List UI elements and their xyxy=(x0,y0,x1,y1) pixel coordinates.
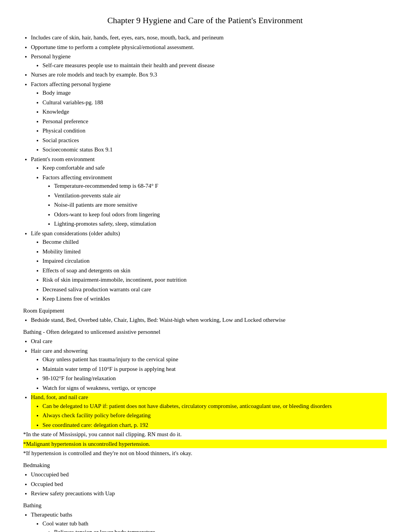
list-item: Patient's room environment Keep comforta… xyxy=(31,155,387,228)
list-item: Okay unless patient has trauma/injury to… xyxy=(42,355,387,364)
asterisk-line-1: *In the state of Mississippi, you cannot… xyxy=(23,430,387,439)
factors-env-sub: Temperature-recommended temp is 68-74° F… xyxy=(54,182,387,228)
asterisk-line-2: *Malignant hypertension is uncontrolled … xyxy=(23,440,387,449)
list-item: Decreased saliva production warrants ora… xyxy=(42,285,387,294)
list-item: Watch for signs of weakness, vertigo, or… xyxy=(42,384,387,393)
cool-water-label: Cool water tub bath Relieves tension or … xyxy=(42,519,387,532)
asterisk-line-3: *If hypertension is controlled and they'… xyxy=(23,449,387,458)
hand-foot-nail-sub: Can be delegated to UAP if: patient does… xyxy=(42,402,387,430)
list-item: Socioeconomic status Box 9.1 xyxy=(42,145,387,154)
list-item: Cultural variables-pg. 188 xyxy=(42,98,387,107)
list-item: Keep Linens free of wrinkles xyxy=(42,294,387,303)
list-item-review: Review safety precautions with Uap xyxy=(31,489,387,498)
room-equipment-list: Bedside stand, Bed, Overbed table, Chair… xyxy=(31,316,387,325)
list-item: Personal preference xyxy=(42,117,387,126)
list-item: Nurses are role models and teach by exam… xyxy=(31,70,387,79)
list-item: Become chilled xyxy=(42,238,387,246)
list-item: Opportune time to perform a complete phy… xyxy=(31,43,387,52)
list-item: Oral care xyxy=(31,337,387,346)
bathing-list: Oral care Hair care and showering Okay u… xyxy=(31,337,387,429)
list-item: Personal hygiene Self-care measures peop… xyxy=(31,52,387,70)
list-item: Physical condition xyxy=(42,126,387,135)
list-item: Mobility limited xyxy=(42,247,387,256)
list-item: Impaired circulation xyxy=(42,257,387,265)
list-item: Relieves tension or lower body temperatu… xyxy=(54,528,387,532)
list-item: Factors affecting environment Temperatur… xyxy=(42,173,387,228)
patient-room-sub: Keep comfortable and safe Factors affect… xyxy=(42,163,387,228)
list-item: Lighting-promotes safety, sleep, stimula… xyxy=(54,219,387,228)
therapeutic-sub: Cool water tub bath Relieves tension or … xyxy=(42,519,387,532)
list-item: See coordinated care: delegation chart, … xyxy=(42,421,387,430)
list-item: Hair care and showering Okay unless pati… xyxy=(31,347,387,393)
list-item: Includes care of skin, hair, hands, feet… xyxy=(31,33,387,42)
page-title: Chapter 9 Hygiene and Care of the Patien… xyxy=(23,15,387,25)
bathing2-heading: Bathing xyxy=(23,501,387,510)
hand-foot-nail-label: Hand, foot, and nail care xyxy=(31,394,88,400)
list-item: Body image xyxy=(42,88,387,97)
bathing2-list: Therapeutic baths Cool water tub bath Re… xyxy=(31,510,387,532)
list-item-occupied: Occupied bed xyxy=(31,480,387,489)
therapeutic-label: Therapeutic baths Cool water tub bath Re… xyxy=(31,510,387,532)
list-item: Social practices xyxy=(42,136,387,145)
list-item: Factors affecting personal hygiene Body … xyxy=(31,80,387,154)
list-item: Risk of skin impairment-immobile, incont… xyxy=(42,275,387,284)
list-item: 98-102°F for healing/relaxation xyxy=(42,374,387,383)
cool-water-sub: Relieves tension or lower body temperatu… xyxy=(54,528,387,532)
bedmaking-list: Unoccupied bed Occupied bed Review safet… xyxy=(31,470,387,498)
list-item: Ventilation-prevents stale air xyxy=(54,191,387,200)
list-item: Keep comfortable and safe xyxy=(42,163,387,172)
list-item: Life span considerations (older adults) … xyxy=(31,229,387,303)
bedmaking-heading: Bedmaking xyxy=(23,461,387,470)
list-item: Bedside stand, Bed, Overbed table, Chair… xyxy=(31,316,387,325)
bathing-heading: Bathing - Often delegated to unlicensed … xyxy=(23,328,387,337)
list-item: Temperature-recommended temp is 68-74° F xyxy=(54,182,387,190)
factors-sub: Body image Cultural variables-pg. 188 Kn… xyxy=(42,88,387,154)
list-item: Effects of soap and detergents on skin xyxy=(42,266,387,275)
list-item: Can be delegated to UAP if: patient does… xyxy=(42,402,387,411)
list-item: Self-care measures people use to maintai… xyxy=(42,61,387,70)
list-item: Knowledge xyxy=(42,107,387,116)
list-item: Maintain water temp of 110°F is purpose … xyxy=(42,365,387,374)
main-list: Includes care of skin, hair, hands, feet… xyxy=(31,33,387,303)
list-item: Always check facility policy before dele… xyxy=(42,411,387,420)
list-item: Noise-ill patients are more sensitive xyxy=(54,201,387,209)
room-equipment-heading: Room Equipment xyxy=(23,306,387,315)
lifespan-sub: Become chilled Mobility limited Impaired… xyxy=(42,238,387,303)
hair-sub: Okay unless patient has trauma/injury to… xyxy=(42,355,387,392)
list-item: Odors-want to keep foul odors from linge… xyxy=(54,210,387,219)
list-item-unoccupied: Unoccupied bed xyxy=(31,470,387,479)
hand-foot-nail-item: Hand, foot, and nail care Can be delegat… xyxy=(31,393,387,429)
personal-hygiene-sub: Self-care measures people use to maintai… xyxy=(42,61,387,70)
